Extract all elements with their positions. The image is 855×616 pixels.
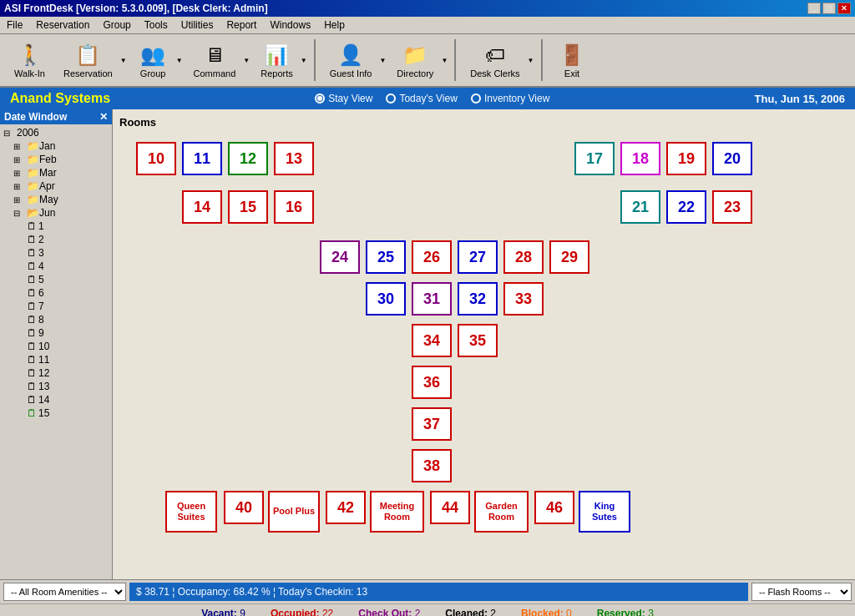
room-17[interactable]: 17 <box>574 142 615 175</box>
room-34[interactable]: 34 <box>412 324 452 357</box>
exit-button[interactable]: 🚪 Exit <box>549 38 595 83</box>
guest-info-button[interactable]: 👤 Guest Info <box>322 38 380 83</box>
room-25[interactable]: 25 <box>366 240 406 274</box>
maximize-button[interactable]: □ <box>822 3 836 14</box>
tree-jan[interactable]: ⊞ 📁 Jan <box>13 139 109 153</box>
walk-in-button[interactable]: 🚶 Walk-In <box>7 38 53 83</box>
menu-reservation[interactable]: Reservation <box>33 18 93 32</box>
menu-tools[interactable]: Tools <box>141 18 171 32</box>
room-11[interactable]: 11 <box>182 142 222 175</box>
room-31[interactable]: 31 <box>412 282 452 316</box>
room-33[interactable]: 33 <box>503 282 544 316</box>
menu-help[interactable]: Help <box>321 18 348 32</box>
inventory-view-radio[interactable] <box>471 93 481 104</box>
room-10[interactable]: 10 <box>136 142 176 175</box>
directory-dropdown-arrow[interactable]: ▼ <box>441 57 448 64</box>
tree-may[interactable]: ⊞ 📁 May <box>13 193 109 206</box>
room-15[interactable]: 15 <box>228 190 268 224</box>
tree-jun[interactable]: ⊟ 📂 Jun <box>13 206 109 220</box>
room-13[interactable]: 13 <box>274 142 314 175</box>
minimize-button[interactable]: _ <box>807 3 821 14</box>
room-24[interactable]: 24 <box>320 240 360 274</box>
room-46[interactable]: 46 <box>534 491 574 524</box>
room-28[interactable]: 28 <box>503 240 544 274</box>
expand-icon-may: ⊞ <box>13 195 27 204</box>
room-14[interactable]: 14 <box>182 190 222 224</box>
group-button[interactable]: 👥 Group <box>130 38 176 83</box>
room-19[interactable]: 19 <box>666 142 706 175</box>
room-queen-suites[interactable]: QueenSuites <box>165 491 217 533</box>
stay-view-option[interactable]: Stay View <box>315 93 372 104</box>
room-35[interactable]: 35 <box>458 324 498 357</box>
room-27[interactable]: 27 <box>458 240 498 274</box>
tree-mar[interactable]: ⊞ 📁 Mar <box>13 166 109 179</box>
room-23[interactable]: 23 <box>712 190 752 224</box>
day-13[interactable]: 🗒13 <box>27 380 109 393</box>
room-30[interactable]: 30 <box>366 282 406 316</box>
day-4[interactable]: 🗒4 <box>27 260 109 273</box>
sidebar-close[interactable]: ✕ <box>99 111 108 123</box>
window-controls[interactable]: _ □ ✕ <box>807 3 851 14</box>
desk-clerks-button[interactable]: 🏷 Desk Clerks <box>463 38 527 83</box>
day-7[interactable]: 🗒7 <box>27 300 109 313</box>
day-14[interactable]: 🗒14 <box>27 393 109 406</box>
directory-button[interactable]: 📁 Directory <box>389 38 441 83</box>
room-16[interactable]: 16 <box>274 190 314 224</box>
tree-feb[interactable]: ⊞ 📁 Feb <box>13 153 109 166</box>
day-12[interactable]: 🗒12 <box>27 366 109 380</box>
reservation-button[interactable]: 📋 Reservation <box>56 38 120 83</box>
room-40[interactable]: 40 <box>224 491 264 524</box>
room-garden-room[interactable]: GardenRoom <box>474 491 529 533</box>
room-38[interactable]: 38 <box>412 449 452 482</box>
guest-info-dropdown-arrow[interactable]: ▼ <box>379 57 386 64</box>
day-9[interactable]: 🗒9 <box>27 326 109 340</box>
inventory-view-option[interactable]: Inventory View <box>471 93 550 104</box>
day-3[interactable]: 🗒3 <box>27 246 109 260</box>
day-6[interactable]: 🗒6 <box>27 286 109 300</box>
reservation-dropdown-arrow[interactable]: ▼ <box>120 57 127 64</box>
room-21[interactable]: 21 <box>620 190 660 224</box>
today-view-radio[interactable] <box>386 93 396 104</box>
room-44[interactable]: 44 <box>430 491 470 524</box>
room-42[interactable]: 42 <box>326 491 366 524</box>
day-2[interactable]: 🗒2 <box>27 233 109 246</box>
room-36[interactable]: 36 <box>412 366 452 399</box>
menu-file[interactable]: File <box>3 18 26 32</box>
room-22[interactable]: 22 <box>666 190 706 224</box>
menu-utilities[interactable]: Utilities <box>178 18 217 32</box>
room-20[interactable]: 20 <box>712 142 752 175</box>
day-1[interactable]: 🗒1 <box>27 220 109 233</box>
menu-report[interactable]: Report <box>223 18 260 32</box>
close-button[interactable]: ✕ <box>837 3 851 14</box>
occupied-value: 22 <box>322 608 333 616</box>
reports-dropdown-arrow[interactable]: ▼ <box>301 57 307 64</box>
room-29[interactable]: 29 <box>549 240 589 274</box>
day-11[interactable]: 🗒11 <box>27 353 109 366</box>
flash-rooms-dropdown[interactable]: -- Flash Rooms -- <box>751 583 852 601</box>
tree-year[interactable]: ⊟ 2006 <box>3 126 109 139</box>
menu-group[interactable]: Group <box>99 18 134 32</box>
room-12[interactable]: 12 <box>228 142 268 175</box>
group-dropdown-arrow[interactable]: ▼ <box>176 57 183 64</box>
room-37[interactable]: 37 <box>412 407 452 441</box>
amenities-dropdown[interactable]: -- All Room Amenities -- <box>3 583 126 601</box>
menu-windows[interactable]: Windows <box>266 18 314 32</box>
desk-clerks-dropdown-arrow[interactable]: ▼ <box>528 57 534 64</box>
room-king-sutes[interactable]: KingSutes <box>579 491 630 533</box>
room-32[interactable]: 32 <box>458 282 498 316</box>
command-button[interactable]: 🖥 Command <box>186 38 244 83</box>
day-8[interactable]: 🗒8 <box>27 313 109 326</box>
room-meeting-room[interactable]: MeetingRoom <box>370 491 424 533</box>
tree-apr[interactable]: ⊞ 📁 Apr <box>13 179 109 193</box>
day-5[interactable]: 🗒5 <box>27 273 109 286</box>
today-view-option[interactable]: Today's View <box>386 93 457 104</box>
reports-button[interactable]: 📊 Reports <box>253 38 301 83</box>
day-15[interactable]: 🗒15 <box>27 406 109 420</box>
command-dropdown-arrow[interactable]: ▼ <box>243 57 250 64</box>
day-10[interactable]: 🗒10 <box>27 340 109 353</box>
room-pool-plus[interactable]: Pool Plus <box>268 491 320 533</box>
room-26[interactable]: 26 <box>412 240 452 274</box>
reserved-label: Reserved: <box>597 608 645 616</box>
room-18[interactable]: 18 <box>620 142 660 175</box>
stay-view-radio[interactable] <box>315 93 325 104</box>
